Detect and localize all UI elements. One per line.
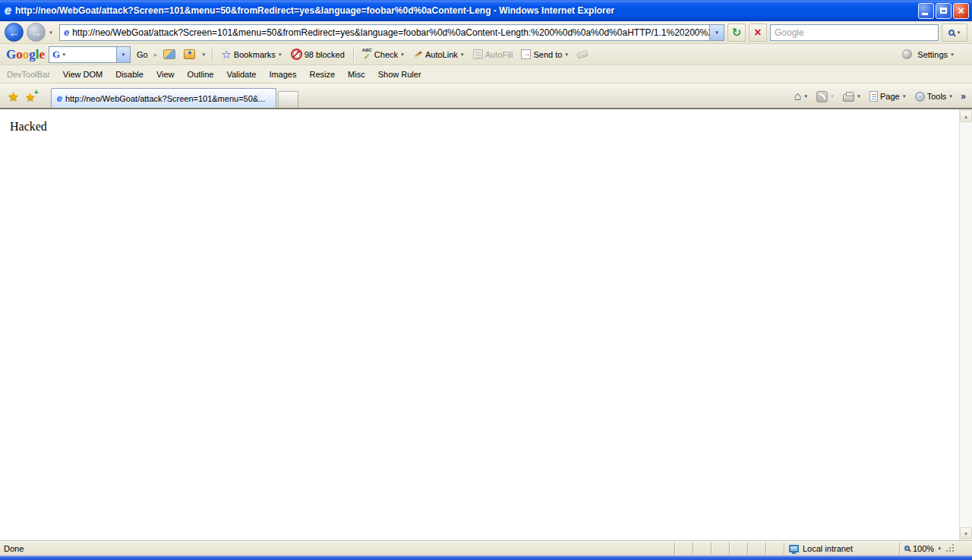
printer-icon <box>843 94 854 102</box>
send-to-label: Send to <box>533 50 562 59</box>
feeds-button: ▼ <box>814 90 837 104</box>
bundle-icon <box>184 49 195 59</box>
separator <box>353 47 354 62</box>
status-pane <box>765 543 784 555</box>
go-button[interactable]: Go <box>134 49 150 61</box>
refresh-button[interactable]: ↻ <box>727 24 746 42</box>
chevron-down-icon: ▼ <box>400 52 405 57</box>
tab-favicon-icon: e <box>57 93 62 104</box>
scroll-down-button[interactable]: ▼ <box>960 527 972 540</box>
autofill-button: AutoFill <box>471 48 516 61</box>
menu-misc[interactable]: Misc <box>348 70 365 79</box>
google-toolbar: Google G ▼ ▼ Go ▸ ▼ ☆ Bookmarks ▼ 98 blo… <box>0 44 972 65</box>
popup-blocked-icon <box>291 49 302 60</box>
history-dropdown-icon[interactable]: ▼ <box>49 30 53 35</box>
tools-label: Tools <box>927 92 947 101</box>
logo-letter: G <box>6 47 16 61</box>
restore-icon <box>940 8 947 14</box>
developer-toolbar: DevToolBar View DOM Disable View Outline… <box>0 65 972 83</box>
chevron-down-icon[interactable]: ▼ <box>62 52 66 57</box>
chevron-down-icon: ▼ <box>902 94 907 99</box>
logo-letter: e <box>39 47 45 61</box>
status-pane <box>693 543 711 555</box>
tools-menu-button[interactable]: Tools▼ <box>913 90 956 103</box>
status-pane <box>747 543 765 555</box>
google-bundle-button[interactable] <box>181 48 197 61</box>
bookmarks-label: Bookmarks <box>234 50 276 59</box>
browser-viewport: Hacked ▲ ▼ <box>0 109 972 540</box>
logo-letter: o <box>23 47 30 61</box>
search-dropdown-icon[interactable]: ▼ <box>957 30 961 35</box>
stop-button[interactable]: × <box>749 24 767 42</box>
address-bar[interactable]: e ▼ <box>59 24 724 41</box>
search-input[interactable] <box>775 27 938 38</box>
menu-images[interactable]: Images <box>269 70 296 79</box>
chevron-down-icon[interactable]: ▼ <box>937 546 942 551</box>
chevron-down-icon: ▼ <box>830 94 835 99</box>
search-box[interactable] <box>770 24 939 41</box>
minimize-button[interactable] <box>918 3 934 19</box>
web-page: Hacked <box>0 109 959 540</box>
address-dropdown-button[interactable]: ▼ <box>709 25 724 40</box>
toolbar-expand-icon[interactable]: ▸ <box>154 51 158 58</box>
status-message: Done <box>0 544 674 553</box>
toolbar-overflow-button[interactable]: » <box>959 91 967 102</box>
chevron-down-icon[interactable]: ▼ <box>857 94 861 99</box>
menu-view[interactable]: View <box>156 70 175 79</box>
chevron-down-icon[interactable]: ▼ <box>803 94 808 99</box>
tab-active[interactable]: e http://neo/WebGoat/attack?Screen=101&m… <box>51 88 276 108</box>
new-tab-button[interactable] <box>278 91 298 108</box>
page-text: Hacked <box>10 120 47 133</box>
blocked-count-label: 98 blocked <box>305 50 345 59</box>
settings-button[interactable]: Settings ▼ <box>915 49 957 61</box>
scroll-up-button[interactable]: ▲ <box>960 110 972 122</box>
zoom-control[interactable]: 100% ▼ <box>899 543 972 555</box>
print-button[interactable]: ▼ <box>841 90 863 103</box>
vertical-scrollbar[interactable]: ▲ ▼ <box>959 109 972 540</box>
menu-resize[interactable]: Resize <box>309 70 335 79</box>
refresh-icon: ↻ <box>732 27 742 38</box>
menu-validate[interactable]: Validate <box>226 70 256 79</box>
page-icon <box>869 91 878 102</box>
favorites-center-button[interactable]: ★ <box>8 90 19 103</box>
google-g-icon: G <box>49 49 62 61</box>
page-menu-button[interactable]: Page▼ <box>867 90 909 103</box>
menu-show-ruler[interactable]: Show Ruler <box>378 70 421 79</box>
restore-button[interactable] <box>936 3 951 19</box>
bookmarks-button[interactable]: ☆ Bookmarks ▼ <box>219 47 284 61</box>
google-search-dropdown-button[interactable]: ▼ <box>116 47 130 62</box>
tab-title: http://neo/WebGoat/attack?Screen=101&men… <box>65 94 265 103</box>
autolink-button[interactable]: AutoLink ▼ <box>411 48 467 61</box>
google-photos-button[interactable] <box>161 48 178 61</box>
logo-letter: g <box>29 47 36 61</box>
google-search-field[interactable]: G ▼ ▼ <box>49 46 131 63</box>
autolink-label: AutoLink <box>425 50 458 59</box>
address-input[interactable] <box>72 26 709 39</box>
stop-icon: × <box>754 27 761 39</box>
menu-outline[interactable]: Outline <box>188 70 214 79</box>
close-button[interactable]: × <box>953 3 969 19</box>
spellcheck-icon: ABC✓ <box>362 48 372 61</box>
menu-view-dom[interactable]: View DOM <box>63 70 103 79</box>
spellcheck-button[interactable]: ABC✓ Check ▼ <box>360 46 407 62</box>
window-controls: × <box>918 3 969 19</box>
zoom-level: 100% <box>913 544 934 553</box>
add-favorite-button[interactable]: ★+ <box>25 91 35 102</box>
title-bar: e http://neo/WebGoat/attack?Screen=101&m… <box>0 0 972 21</box>
chevron-down-icon: ▼ <box>278 52 282 57</box>
bundle-dropdown-icon[interactable]: ▼ <box>201 52 206 57</box>
chevron-down-icon: ▼ <box>715 30 719 35</box>
back-button[interactable]: ← <box>5 23 24 42</box>
popup-blocker-button[interactable]: 98 blocked <box>289 47 347 61</box>
send-to-button[interactable]: Send to ▼ <box>519 48 571 61</box>
wand-icon <box>413 49 423 59</box>
zoom-icon <box>904 546 910 551</box>
forward-button[interactable]: → <box>27 23 46 42</box>
home-button[interactable]: ⌂▼ <box>791 89 810 104</box>
search-button[interactable]: ▼ <box>942 24 967 42</box>
menu-disable[interactable]: Disable <box>115 70 144 79</box>
tab-bar: ★ ★+ e http://neo/WebGoat/attack?Screen=… <box>0 83 972 109</box>
autofill-icon <box>473 49 483 59</box>
chevron-down-icon: ▼ <box>460 52 465 57</box>
send-to-icon <box>521 49 531 59</box>
